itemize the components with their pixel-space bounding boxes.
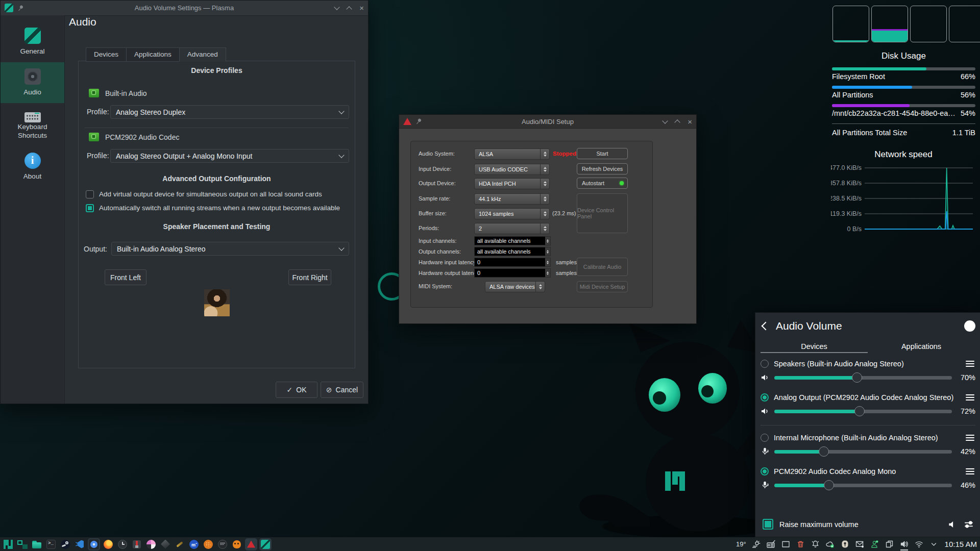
refresh-devices-button[interactable]: Refresh Devices: [577, 163, 628, 174]
auto-switch-checkbox[interactable]: [86, 204, 94, 212]
weather-icon[interactable]: [751, 539, 761, 549]
audio-volume-icon[interactable]: [899, 539, 909, 549]
autostart-toggle[interactable]: Autostart: [577, 178, 628, 189]
radio-icon[interactable]: [766, 539, 776, 549]
maximize-button[interactable]: [675, 119, 680, 125]
sidebar-item-keyboard-shortcuts[interactable]: Keyboard Shortcuts: [1, 103, 64, 146]
output-select[interactable]: Built-in Audio Analog Stereo: [111, 242, 349, 256]
slider-handle[interactable]: [852, 372, 862, 383]
media-badge-icon[interactable]: [217, 539, 228, 549]
front-left-test-button[interactable]: Front Left: [105, 269, 146, 285]
monitor-widget-1[interactable]: [832, 6, 869, 42]
audio-settings-icon[interactable]: [260, 539, 271, 549]
clock[interactable]: 10:15 AM: [945, 540, 977, 548]
mascot-app-icon[interactable]: [232, 539, 242, 549]
virtual-output-checkbox[interactable]: [86, 190, 94, 198]
default-device-radio[interactable]: [761, 467, 769, 475]
back-icon[interactable]: [762, 322, 770, 331]
close-button[interactable]: ×: [688, 118, 692, 126]
hw-output-latency-spinbox[interactable]: 0: [474, 268, 551, 278]
vscode-icon[interactable]: [75, 539, 85, 549]
expand-icon[interactable]: [929, 539, 939, 549]
pin-applet-button[interactable]: [964, 320, 975, 332]
pin-icon[interactable]: [414, 117, 423, 126]
pen-tablet-icon[interactable]: [175, 539, 185, 549]
terminal-icon[interactable]: >_: [46, 539, 56, 549]
device-menu-icon[interactable]: [965, 359, 975, 368]
ardour-titlebar[interactable]: Audio/MIDI Setup ×: [399, 115, 696, 129]
manjaro-menu-icon[interactable]: [3, 539, 13, 549]
notifications-icon[interactable]: [811, 539, 820, 549]
file-manager-icon[interactable]: [32, 539, 42, 549]
midi-device-setup-button[interactable]: Midi Device Setup: [577, 281, 628, 292]
monitor-widget-3[interactable]: [910, 6, 947, 42]
temperature-label[interactable]: 19°: [736, 540, 746, 548]
slider-handle[interactable]: [854, 406, 865, 416]
settings-titlebar[interactable]: Audio Volume Settings — Plasma ×: [1, 1, 368, 16]
monitor-widget-2[interactable]: [871, 6, 908, 42]
volume-slider[interactable]: [774, 484, 952, 487]
sidebar-item-audio[interactable]: Audio: [1, 62, 64, 103]
user-online-icon[interactable]: [870, 539, 879, 549]
start-button[interactable]: Start: [577, 148, 628, 159]
periods-select[interactable]: 2: [474, 223, 550, 234]
default-device-radio[interactable]: [761, 360, 769, 368]
sample-rate-select[interactable]: 44.1 kHz: [474, 193, 550, 205]
inkscape-icon[interactable]: [160, 539, 170, 549]
steam-icon[interactable]: [60, 539, 70, 549]
ok-button[interactable]: ✓OK: [276, 382, 317, 398]
front-right-test-button[interactable]: Front Right: [288, 269, 331, 285]
password-manager-icon[interactable]: [840, 539, 850, 549]
trash-icon[interactable]: [796, 539, 805, 549]
sidebar-item-general[interactable]: General: [1, 21, 64, 62]
slider-handle[interactable]: [819, 446, 829, 457]
calibrate-audio-button[interactable]: Calibrate Audio: [577, 258, 628, 276]
default-device-radio[interactable]: [761, 393, 769, 402]
pin-icon[interactable]: [16, 4, 25, 12]
cloud-status-icon[interactable]: [825, 539, 835, 549]
raise-max-volume-checkbox[interactable]: [763, 519, 773, 530]
device-control-panel-button[interactable]: Device Control Panel: [577, 193, 628, 233]
output-channels-spinbox[interactable]: all available channels: [474, 247, 551, 256]
virtual-desktops-icon[interactable]: [17, 539, 28, 549]
chromium-icon[interactable]: [89, 539, 99, 549]
tab-devices[interactable]: Devices: [86, 47, 127, 62]
mail-icon[interactable]: [855, 539, 865, 549]
maximize-button[interactable]: [347, 6, 352, 12]
hydrogen-icon[interactable]: [203, 539, 213, 549]
close-button[interactable]: ×: [359, 4, 364, 12]
buffer-size-select[interactable]: 1024 samples: [474, 208, 550, 219]
hw-input-latency-spinbox[interactable]: 0: [474, 258, 551, 267]
applet-tab-devices[interactable]: Devices: [761, 339, 868, 353]
network-wifi-icon[interactable]: [914, 539, 924, 549]
ardour-icon[interactable]: [246, 539, 256, 549]
window-list-icon[interactable]: [781, 539, 791, 549]
sidebar-item-about[interactable]: About: [1, 146, 64, 187]
profile-select-pcm2902[interactable]: Analog Stereo Output + Analog Mono Input: [110, 149, 349, 163]
audio-system-select[interactable]: ALSA: [474, 148, 550, 160]
volume-slider[interactable]: [774, 376, 952, 380]
firefox-icon[interactable]: [103, 539, 113, 549]
volume-slider[interactable]: [774, 410, 952, 413]
midi-system-select[interactable]: ALSA raw devices: [485, 281, 545, 292]
tab-applications[interactable]: Applications: [126, 47, 180, 62]
tab-advanced[interactable]: Advanced: [179, 47, 226, 62]
minimize-button[interactable]: [334, 4, 340, 10]
default-device-radio[interactable]: [761, 434, 769, 442]
device-menu-icon[interactable]: [965, 433, 975, 442]
device-menu-icon[interactable]: [965, 467, 975, 476]
profile-select-builtin[interactable]: Analog Stereo Duplex: [110, 105, 349, 119]
krita-icon[interactable]: [146, 539, 156, 549]
speaker-muted-icon[interactable]: [947, 519, 958, 530]
volume-slider[interactable]: [774, 450, 952, 454]
monitor-widget-4[interactable]: [949, 6, 980, 42]
mixer-settings-icon[interactable]: [964, 519, 974, 530]
musescore-icon[interactable]: mˆ: [189, 539, 199, 549]
clock-app-icon[interactable]: [117, 539, 128, 549]
cancel-button[interactable]: ⊘Cancel: [321, 382, 363, 398]
clipboard-icon[interactable]: [885, 539, 894, 549]
applet-tab-applications[interactable]: Applications: [868, 339, 975, 353]
input-channels-spinbox[interactable]: all available channels: [474, 236, 551, 245]
slider-handle[interactable]: [824, 480, 834, 490]
color-tool-icon[interactable]: [132, 539, 142, 549]
